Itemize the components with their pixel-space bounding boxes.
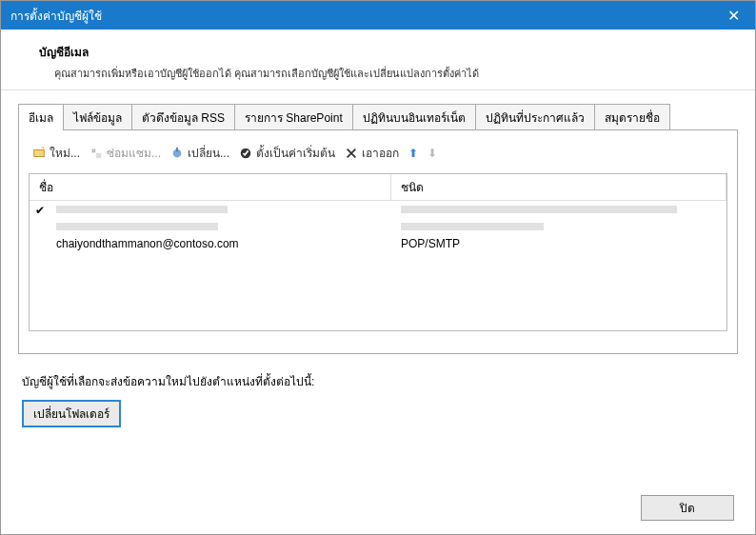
default-check-icon: ✔ <box>35 204 45 217</box>
move-down-button: ⬇ <box>428 147 437 160</box>
header-description: คุณสามารถเพิ่มหรือเอาบัญชีผู้ใช้ออกได้ ค… <box>39 65 717 82</box>
list-row-placeholder: ✔ <box>30 201 726 218</box>
tab-rss[interactable]: ตัวดึงข้อมูล RSS <box>131 104 235 130</box>
toolbar: ใหม่... ซ่อมแซม... เปลี่ยน... ตั้งเป็นค่… <box>29 144 727 169</box>
change-folder-button[interactable]: เปลี่ยนโฟลเดอร์ <box>22 400 121 427</box>
svg-rect-0 <box>34 149 45 156</box>
repair-icon <box>90 147 103 160</box>
new-label: ใหม่... <box>50 144 80 162</box>
remove-button[interactable]: เอาออก <box>345 144 399 162</box>
close-icon[interactable]: ✕ <box>722 7 746 25</box>
tab-email[interactable]: อีเมล <box>18 104 64 130</box>
arrow-down-icon: ⬇ <box>428 147 437 160</box>
remove-label: เอาออก <box>362 144 399 162</box>
column-type[interactable]: ชนิด <box>391 174 726 200</box>
list-row-placeholder <box>30 218 726 235</box>
move-up-button[interactable]: ⬆ <box>408 147 418 160</box>
column-name[interactable]: ชื่อ <box>30 174 391 200</box>
list-rows: ✔ chaiyondthammanon@contoso.com POP/SMTP <box>30 201 726 252</box>
arrow-up-icon: ⬆ <box>408 147 418 160</box>
new-button[interactable]: ใหม่... <box>32 144 80 162</box>
set-default-label: ตั้งเป็นค่าเริ่มต้น <box>256 144 335 162</box>
titlebar: การตั้งค่าบัญชีผู้ใช้ ✕ <box>1 1 755 30</box>
tab-address-books[interactable]: สมุดรายชื่อ <box>594 104 670 130</box>
list-header: ชื่อ ชนิด <box>30 174 726 201</box>
svg-rect-4 <box>176 147 178 150</box>
tab-datafiles[interactable]: ไฟล์ข้อมูล <box>63 104 132 130</box>
list-row-account[interactable]: chaiyondthammanon@contoso.com POP/SMTP <box>30 235 726 252</box>
tab-internet-calendars[interactable]: ปฏิทินบนอินเทอร์เน็ต <box>352 104 476 130</box>
tab-panel-email: ใหม่... ซ่อมแซม... เปลี่ยน... ตั้งเป็นค่… <box>18 129 738 354</box>
repair-button: ซ่อมแซม... <box>90 144 161 162</box>
change-button[interactable]: เปลี่ยน... <box>170 144 229 162</box>
header-title: บัญชีอีเมล <box>39 43 717 61</box>
svg-rect-2 <box>96 153 101 158</box>
tabs: อีเมล ไฟล์ข้อมูล ตัวดึงข้อมูล RSS รายการ… <box>1 104 755 130</box>
svg-marker-1 <box>41 147 45 150</box>
delivery-location-text: บัญชีผู้ใช้ที่เลือกจะส่งข้อความใหม่ไปยัง… <box>22 372 734 390</box>
repair-label: ซ่อมแซม... <box>107 144 161 162</box>
set-default-button[interactable]: ตั้งเป็นค่าเริ่มต้น <box>239 144 335 162</box>
account-list: ชื่อ ชนิด ✔ chaiyondthammanon@contoso.co… <box>29 173 727 331</box>
close-button[interactable]: ปิด <box>641 495 734 521</box>
cell-account-type: POP/SMTP <box>391 235 726 252</box>
remove-icon <box>345 147 358 160</box>
check-circle-icon <box>239 147 252 160</box>
change-label: เปลี่ยน... <box>188 144 229 162</box>
cell-account-name: chaiyondthammanon@contoso.com <box>30 235 391 252</box>
tab-published-calendars[interactable]: ปฏิทินที่ประกาศแล้ว <box>475 104 595 130</box>
new-icon <box>32 147 46 160</box>
tab-sharepoint[interactable]: รายการ SharePoint <box>234 104 353 130</box>
change-icon <box>170 147 184 160</box>
header-area: บัญชีอีเมล คุณสามารถเพิ่มหรือเอาบัญชีผู้… <box>1 30 755 90</box>
window-title: การตั้งค่าบัญชีผู้ใช้ <box>10 7 722 25</box>
